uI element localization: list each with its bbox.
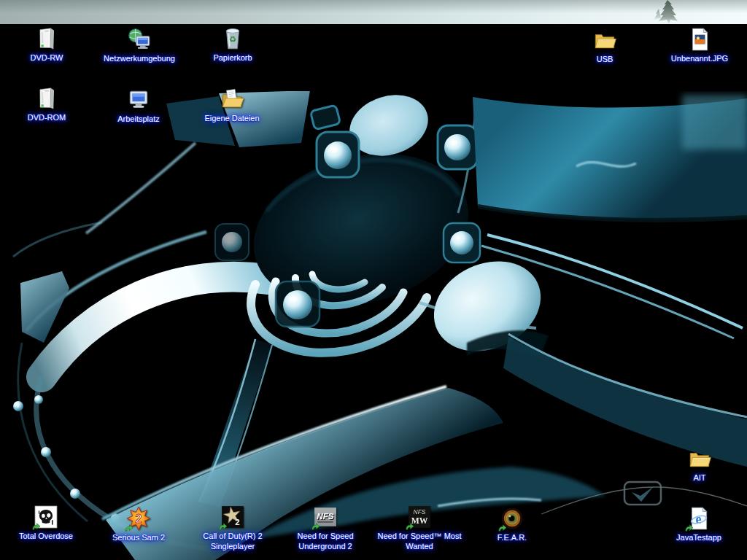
icon-label: Papierkorb: [213, 53, 252, 63]
desktop-icon-dvd-rw[interactable]: DVD-RW: [0, 26, 98, 63]
documents-folder-icon: [220, 87, 244, 112]
icon-label: Call of Duty(R) 2Singleplayer: [203, 532, 262, 551]
shortcut-arrow-icon: [124, 524, 133, 532]
icon-label: DVD-ROM: [28, 113, 66, 123]
icon-label: Netzwerkumgebung: [104, 54, 175, 64]
desktop-icon-papierkorb[interactable]: ♻Papierkorb: [182, 26, 284, 63]
desktop-icon-unbenannt-jpg[interactable]: Unbenannt.JPG: [649, 27, 747, 64]
nfs-logo-icon: NFSNFS: [313, 505, 338, 529]
icon-label: DVD-RW: [30, 53, 63, 63]
fear-eye-icon: [500, 506, 525, 531]
svg-text:2: 2: [235, 517, 240, 526]
wallpaper-sky-strip: [0, 0, 747, 24]
desktop-icon-dvd-rom[interactable]: DVD-ROM: [0, 86, 98, 123]
cod2-star-icon: 2: [220, 505, 245, 529]
ie-html-file-icon: e: [686, 506, 711, 531]
svg-text:2: 2: [136, 513, 142, 525]
shortcut-arrow-icon: [498, 524, 507, 532]
desktop: DVD-RWNetzwerkumgebung♻PapierkorbUSBUnbe…: [0, 0, 747, 560]
wallpaper-alloy-wheel: [0, 0, 747, 560]
icon-label: AIT: [693, 473, 705, 483]
icon-label: Unbenannt.JPG: [671, 54, 728, 64]
shortcut-arrow-icon: [684, 524, 694, 532]
serious-sam-icon: 2: [126, 506, 151, 531]
folder-icon: [687, 446, 712, 471]
desktop-icon-total-overdose[interactable]: Total Overdose: [0, 505, 97, 542]
desktop-icon-arbeitsplatz[interactable]: Arbeitsplatz: [88, 88, 190, 125]
desktop-icon-netzwerkumgebung[interactable]: Netzwerkumgebung: [88, 27, 190, 64]
icon-label: Serious Sam 2: [112, 533, 165, 543]
optical-drive-icon: [34, 86, 59, 111]
desktop-icon-ait[interactable]: AIT: [649, 446, 747, 483]
optical-drive-icon: [34, 26, 59, 51]
shortcut-arrow-icon: [405, 522, 414, 531]
desktop-icon-eigene-dateien[interactable]: Eigene Dateien: [181, 87, 283, 124]
tree-silhouette-icon: [635, 0, 700, 24]
skull-game-icon: [34, 505, 58, 529]
image-file-icon: [687, 27, 712, 52]
shortcut-arrow-icon: [218, 522, 228, 531]
svg-text:NFS: NFS: [317, 511, 334, 521]
desktop-icon-usb[interactable]: USB: [554, 28, 656, 65]
icon-label: Arbeitsplatz: [117, 114, 159, 125]
desktop-icon-call-of-duty-2[interactable]: 2Call of Duty(R) 2Singleplayer: [182, 505, 284, 551]
icon-label: Need for Speed™ MostWanted: [378, 532, 462, 551]
network-places-icon: [127, 27, 152, 52]
desktop-icon-fear[interactable]: F.E.A.R.: [461, 506, 563, 543]
icon-label: Need for SpeedUnderground 2: [297, 532, 353, 551]
svg-text:e: e: [695, 512, 701, 526]
desktop-icon-nfs-underground-2[interactable]: NFSNFSNeed for SpeedUnderground 2: [274, 505, 376, 551]
recycle-bin-icon: ♻: [220, 26, 245, 51]
desktop-icon-serious-sam-2[interactable]: 2Serious Sam 2: [88, 506, 190, 543]
shortcut-arrow-icon: [31, 522, 41, 531]
icon-label: USB: [597, 55, 614, 65]
icon-label: JavaTestapp: [676, 533, 721, 543]
icon-label: Total Overdose: [19, 532, 73, 542]
desktop-icon-nfs-most-wanted[interactable]: NFSMWNeed for Speed™ MostWanted: [368, 505, 471, 551]
desktop-icon-javatestapp[interactable]: eJavaTestapp: [648, 506, 747, 543]
icon-label: Eigene Dateien: [204, 114, 259, 124]
svg-text:♻: ♻: [229, 34, 236, 44]
icon-label: F.E.A.R.: [498, 533, 527, 543]
folder-icon: [592, 28, 617, 52]
shortcut-arrow-icon: [311, 522, 320, 531]
nfs-mw-icon: NFSMW: [407, 505, 432, 529]
svg-text:NFS: NFS: [414, 508, 426, 516]
my-computer-icon: [126, 88, 151, 112]
